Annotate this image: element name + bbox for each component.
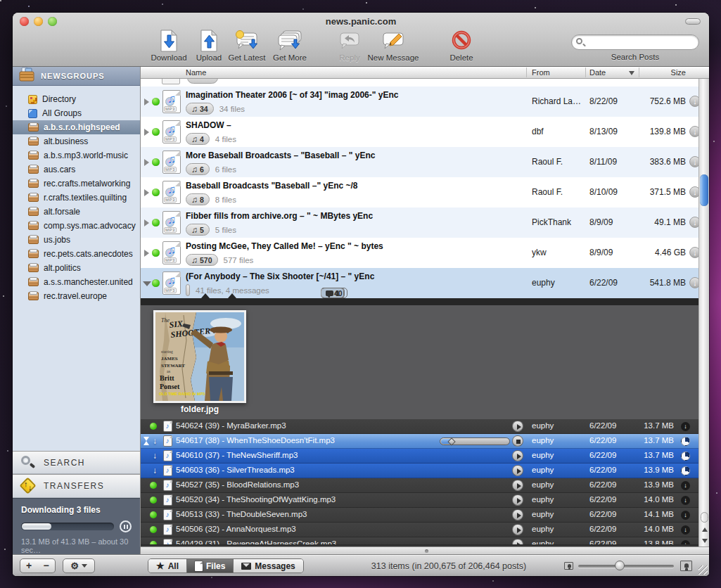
play-button[interactable] [512, 465, 523, 476]
vertical-scrollbar[interactable] [698, 79, 709, 547]
file-from: euphy [532, 466, 554, 474]
post-row[interactable]: ♫MP3 Fibber fills from archive.org – " ~… [141, 207, 709, 238]
post-row-selected[interactable]: ♫MP3 (For Anybody – The Six Shooter [~/4… [141, 268, 709, 298]
sidebar-item-label: us.jobs [44, 235, 70, 245]
disclosure-triangle-icon[interactable] [144, 189, 149, 196]
disclosure-triangle-icon[interactable] [144, 129, 149, 136]
post-row[interactable]: ♫MP3 Baseball Broadcasts "Baseball –" yE… [141, 177, 709, 207]
downloaded-arrow-icon[interactable]: ↓ [681, 540, 690, 545]
new-message-button[interactable]: New Message [368, 30, 419, 62]
sidebar-item-mac-advocacy[interactable]: comp.sys.mac.advocacy [13, 219, 140, 233]
play-button[interactable] [512, 450, 523, 461]
downloaded-arrow-icon[interactable]: ↓ [681, 525, 690, 535]
filter-files-button[interactable]: Files [187, 559, 234, 573]
column-date[interactable]: Date [589, 68, 606, 77]
scrollbar-thumb[interactable] [700, 174, 708, 206]
new-message-icon [381, 30, 406, 52]
file-row-queued[interactable]: ↓ 540610 (37) - TheNewSheriff.mp3 euphy … [141, 449, 709, 464]
horizontal-scrollbar[interactable] [141, 547, 709, 554]
downloaded-arrow-icon[interactable]: ↓ [681, 481, 690, 490]
search-input[interactable] [571, 34, 699, 50]
disclosure-triangle-icon[interactable] [144, 98, 149, 106]
newsgroups-list: Directory All Groups a.b.s.r.o.highspeed… [13, 86, 140, 303]
star-icon: ★ [156, 561, 165, 571]
get-more-button[interactable]: Get More [264, 30, 315, 62]
play-button[interactable] [512, 480, 523, 491]
pause-button[interactable] [120, 520, 132, 532]
scroll-up-button[interactable] [699, 524, 709, 535]
sidebar-item-travel-europe[interactable]: rec.travel.europe [13, 289, 140, 303]
post-row[interactable]: ♫MP3 Imagination Theater 2006 [~ of 34] … [141, 87, 709, 117]
sidebar-item-directory[interactable]: Directory [13, 92, 140, 106]
column-size[interactable]: Size [632, 68, 686, 77]
file-row[interactable]: 540506 (32) - AnnaNorquest.mp3 euphy 6/2… [141, 523, 709, 537]
column-from[interactable]: From [532, 68, 550, 77]
downloaded-arrow-icon[interactable]: ↓ [681, 496, 690, 505]
play-button[interactable] [512, 509, 523, 520]
play-button[interactable] [512, 421, 523, 432]
filter-segmented-control: ★ All Files Messages [148, 558, 304, 573]
sidebar-item-label: a.s.s.manchester.united [44, 277, 133, 287]
file-date: 6/22/09 [589, 451, 616, 459]
large-size-icon[interactable] [680, 561, 692, 571]
sidebar-item-world-music[interactable]: a.b.s.mp3.world-music [13, 148, 140, 162]
search-section-header[interactable]: SEARCH [13, 451, 140, 474]
file-row-queued[interactable]: ↓ 540603 (36) - SilverThreads.mp3 euphy … [141, 464, 709, 478]
sidebar-item-manchester-united[interactable]: a.s.s.manchester.united [13, 275, 140, 289]
disclosure-triangle-icon[interactable] [144, 159, 149, 166]
disclosure-triangle-expanded-icon[interactable] [143, 281, 151, 286]
play-button[interactable] [512, 524, 523, 535]
file-row[interactable]: 540520 (34) - TheShootingOfWyattKing.mp3… [141, 493, 709, 508]
get-latest-label: Get Latest [228, 53, 265, 62]
file-date: 6/22/09 [589, 525, 616, 533]
delete-button[interactable]: Delete [436, 30, 487, 62]
sidebar-item-all-groups[interactable]: All Groups [13, 106, 140, 120]
sidebar-item-absro-highspeed[interactable]: a.b.s.r.o.highspeed [13, 120, 140, 134]
file-from: euphy [532, 421, 554, 430]
status-green-dot [152, 188, 160, 196]
sidebar-item-alt-forsale[interactable]: alt.forsale [13, 205, 140, 219]
file-row-downloading[interactable]: ↓ 540617 (38) - WhenTheShoeDoesn'tFit.mp… [141, 434, 709, 449]
inner-scrollbar-thumb[interactable] [701, 512, 708, 523]
scroll-down-button[interactable] [699, 535, 709, 547]
downloaded-arrow-icon[interactable]: ↓ [681, 511, 690, 520]
filter-all-button[interactable]: ★ All [148, 559, 187, 573]
play-button[interactable] [512, 494, 523, 506]
slider-track[interactable] [578, 565, 674, 568]
post-row[interactable]: ♫MP3 SHADOW – ♫4 4 files dbf 8/13/09 139… [141, 117, 709, 147]
play-button[interactable] [512, 539, 523, 545]
small-size-icon[interactable] [564, 562, 573, 570]
hourglass-icon [143, 437, 150, 445]
file-row[interactable]: 540527 (35) - BloodRelations.mp3 euphy 6… [141, 478, 709, 493]
file-row[interactable]: 540513 (33) - TheDoubleSeven.mp3 euphy 6… [141, 508, 709, 523]
sidebar-item-cats-anecdotes[interactable]: rec.pets.cats.anecdotes [13, 247, 140, 261]
album-art-thumbnail[interactable]: The SIX SHOOTER starring JAMES STEWART a… [153, 310, 246, 403]
disclosure-triangle-icon[interactable] [144, 250, 149, 257]
post-row[interactable]: ♫MP3 Posting McGee, They Called Me! – yE… [141, 238, 709, 268]
download-progress-slider[interactable] [440, 437, 510, 445]
column-name[interactable]: Name [186, 68, 206, 77]
post-size: 49.1 MB [632, 217, 686, 227]
delete-icon [451, 30, 472, 52]
sidebar-item-metalworking[interactable]: rec.crafts.metalworking [13, 177, 140, 191]
sidebar-item-us-jobs[interactable]: us.jobs [13, 233, 140, 247]
stop-button[interactable] [512, 435, 523, 447]
downloaded-arrow-icon[interactable]: ↓ [681, 422, 690, 431]
filter-messages-button[interactable]: Messages [234, 559, 302, 573]
sidebar-item-aus-cars[interactable]: aus.cars [13, 162, 140, 177]
post-row[interactable]: ♫MP3 More Baseball Broadcasts – "Basebal… [141, 147, 709, 177]
add-button[interactable]: + [20, 558, 38, 573]
sidebar-item-quilting[interactable]: r.crafts.textiles.quilting [13, 191, 140, 205]
sidebar-item-alt-business[interactable]: alt.business [13, 134, 140, 148]
toolbar-toggle-button[interactable] [685, 18, 701, 25]
file-row-partial[interactable]: 540429 (31) - RevengeAtHarnessCreek.mp3 … [141, 537, 709, 545]
action-menu-button[interactable]: ⚙ [63, 558, 95, 573]
disclosure-triangle-icon[interactable] [144, 219, 149, 226]
file-row[interactable]: 540624 (39) - MyraBarker.mp3 euphy 6/22/… [141, 419, 709, 434]
transfers-section-header[interactable]: ↑↓ TRANSFERS [13, 474, 140, 498]
slider-thumb[interactable] [615, 561, 625, 570]
sidebar-item-alt-politics[interactable]: alt.politics [13, 261, 140, 275]
resize-grip[interactable] [698, 565, 708, 575]
search-icon [576, 38, 582, 44]
remove-button[interactable]: − [37, 558, 56, 573]
